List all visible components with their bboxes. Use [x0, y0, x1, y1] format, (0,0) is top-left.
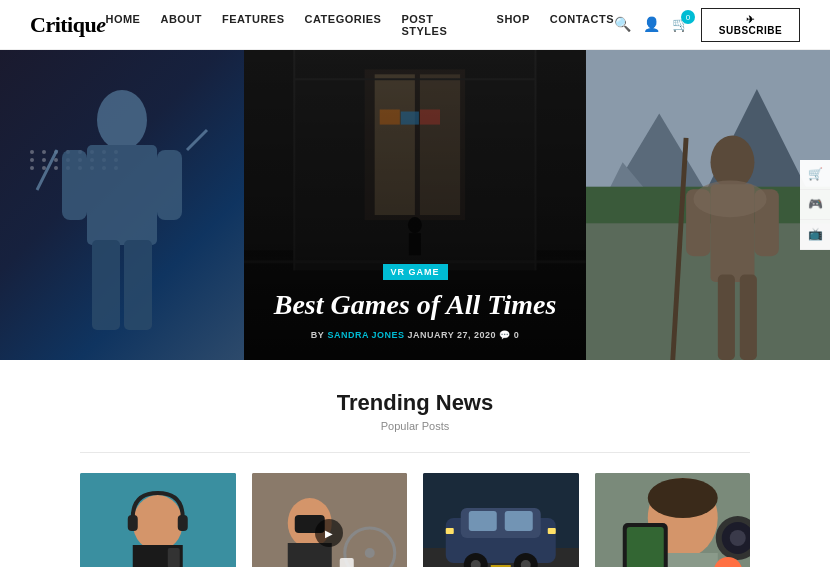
nav-categories[interactable]: CATEGORIES [305, 13, 382, 37]
card-3-image [423, 473, 579, 567]
hero-author-prefix: BY [311, 330, 325, 340]
hero-category-tag: VR GAME [383, 264, 448, 280]
card-1-image [80, 473, 236, 567]
svg-point-67 [647, 478, 717, 518]
float-game-icon[interactable]: 🎮 [800, 190, 830, 220]
svg-rect-35 [740, 275, 757, 360]
search-icon[interactable]: 🔍 [614, 16, 631, 33]
user-icon[interactable]: 👤 [643, 16, 660, 33]
cart-icon[interactable]: 🛒 0 [672, 16, 689, 33]
hero-content: VR GAME Best Games of All Times BY SANDR… [244, 261, 586, 340]
svg-rect-58 [505, 511, 533, 531]
svg-rect-70 [626, 527, 663, 567]
card-3-art [423, 473, 579, 567]
svg-rect-1 [87, 145, 157, 245]
svg-point-73 [729, 530, 745, 546]
svg-line-6 [187, 130, 207, 150]
float-cart-icon[interactable]: 🛒 [800, 160, 830, 190]
svg-rect-57 [469, 511, 497, 531]
card-1-art [80, 473, 236, 567]
svg-rect-5 [124, 240, 152, 330]
hero-center-panel[interactable]: VR GAME Best Games of All Times BY SANDR… [244, 50, 586, 360]
svg-line-7 [37, 150, 57, 190]
main-nav: HOME ABOUT FEATURES CATEGORIES POST STYL… [105, 13, 614, 37]
card-2-play-button[interactable]: ▶ [315, 519, 343, 547]
svg-rect-42 [178, 515, 188, 531]
cards-grid: MULTIPLAYER Gadgets You Must Try in 2022… [80, 473, 750, 567]
site-logo[interactable]: Critique [30, 12, 105, 38]
card-2-image: ▶ [252, 473, 408, 567]
header-actions: 🔍 👤 🛒 0 ✈ SUBSCRIBE [614, 8, 800, 42]
nav-features[interactable]: FEATURES [222, 13, 284, 37]
hero-meta: BY SANDRA JONES JANUARY 27, 2020 💬 0 [244, 330, 586, 340]
site-header: Critique HOME ABOUT FEATURES CATEGORIES … [0, 0, 830, 50]
trending-subtitle: Popular Posts [80, 420, 750, 432]
nav-about[interactable]: ABOUT [160, 13, 202, 37]
trending-card-2[interactable]: ▶ MULTIPLAYER Trending VR Games in the U… [252, 473, 408, 567]
nav-contacts[interactable]: CONTACTS [550, 13, 614, 37]
nav-post-styles[interactable]: POST STYLES [401, 13, 476, 37]
svg-rect-3 [157, 150, 182, 220]
hero-date: JANUARY 27, 2020 [408, 330, 497, 340]
svg-point-0 [97, 90, 147, 150]
hero-title: Best Games of All Times [244, 288, 586, 322]
svg-rect-34 [718, 275, 735, 360]
trending-title: Trending News [80, 390, 750, 416]
section-header: Trending News Popular Posts [80, 390, 750, 432]
hero-left-panel[interactable] [0, 50, 244, 360]
hero-right-panel[interactable]: 🛒 🎮 📺 [586, 50, 830, 360]
trending-card-4[interactable]: 4.2 MULTIPLAYER Top 10 Mobile Games Toda… [595, 473, 751, 567]
svg-rect-50 [339, 558, 353, 567]
hero-comments: 0 [514, 330, 520, 340]
logo-italic: e [96, 12, 105, 37]
svg-rect-2 [62, 150, 87, 220]
trending-card-3[interactable]: MULTIPLAYER Ride or Die: Top Vehicles 20… [423, 473, 579, 567]
svg-rect-47 [287, 543, 331, 567]
cart-badge: 0 [681, 10, 695, 24]
svg-point-49 [364, 548, 374, 558]
svg-point-39 [133, 495, 183, 551]
svg-rect-64 [548, 528, 556, 534]
svg-rect-4 [92, 240, 120, 330]
float-tv-icon[interactable]: 📺 [800, 220, 830, 250]
card-4-image: 4.2 [595, 473, 751, 567]
trending-section: Trending News Popular Posts [0, 360, 830, 567]
nav-shop[interactable]: SHOP [497, 13, 530, 37]
svg-rect-41 [128, 515, 138, 531]
svg-rect-63 [446, 528, 454, 534]
subscribe-button[interactable]: ✈ SUBSCRIBE [701, 8, 800, 42]
trending-card-1[interactable]: MULTIPLAYER Gadgets You Must Try in 2022… [80, 473, 236, 567]
hero-left-character [32, 80, 212, 360]
hero-author: SANDRA JONES [327, 330, 404, 340]
nav-home[interactable]: HOME [105, 13, 140, 37]
hero-comments-icon: 💬 [499, 330, 511, 340]
float-icons: 🛒 🎮 📺 [800, 160, 830, 250]
hero-section: VR GAME Best Games of All Times BY SANDR… [0, 50, 830, 360]
svg-rect-43 [168, 548, 180, 567]
svg-point-37 [693, 181, 766, 218]
hero-right-bg-art [586, 50, 830, 360]
card-4-art [595, 473, 751, 567]
section-divider [80, 452, 750, 453]
